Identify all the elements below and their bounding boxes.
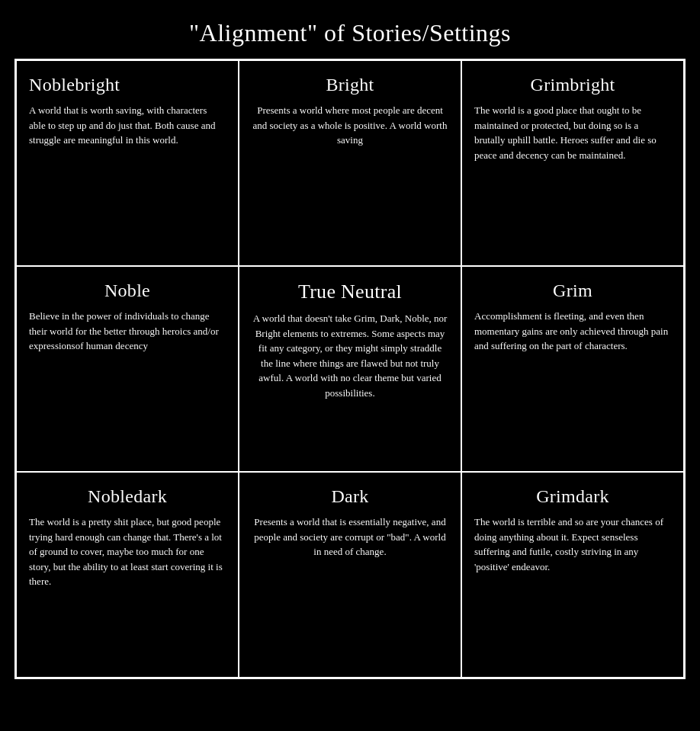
cell-noblebright-body: A world that is worth saving, with chara… [29, 103, 226, 148]
cell-true-neutral-title: True Neutral [298, 281, 402, 303]
cell-noble-title: Noble [104, 281, 150, 301]
cell-grim: Grim Accomplishment is fleeting, and eve… [461, 266, 684, 472]
cell-dark: Dark Presents a world that is essentiall… [239, 472, 461, 678]
cell-noblebright: Noblebright A world that is worth saving… [16, 60, 239, 266]
cell-true-neutral: True Neutral A world that doesn't take G… [239, 266, 461, 472]
cell-dark-title: Dark [331, 486, 368, 507]
cell-bright-body: Presents a world where most people are d… [252, 103, 448, 148]
cell-noble: Noble Believe in the power of individual… [16, 266, 239, 472]
cell-noblebright-title: Noblebright [29, 75, 120, 95]
cell-bright-title: Bright [326, 75, 374, 95]
cell-nobledark-body: The world is a pretty shit place, but go… [29, 515, 226, 589]
alignment-grid: Noblebright A world that is worth saving… [14, 59, 686, 679]
cell-grimdark-title: Grimdark [536, 486, 609, 507]
cell-bright: Bright Presents a world where most peopl… [239, 60, 461, 266]
cell-nobledark-title: Nobledark [88, 486, 167, 507]
cell-dark-body: Presents a world that is essentially neg… [252, 515, 448, 559]
cell-true-neutral-body: A world that doesn't take Grim, Dark, No… [252, 311, 448, 400]
cell-grimdark-body: The world is terrible and so are your ch… [474, 515, 671, 574]
cell-grimbright-title: Grimbright [531, 75, 615, 95]
cell-grimdark: Grimdark The world is terrible and so ar… [461, 472, 684, 678]
cell-grimbright: Grimbright The world is a good place tha… [461, 60, 684, 266]
cell-noble-body: Believe in the power of individuals to c… [29, 309, 226, 354]
cell-grimbright-body: The world is a good place that ought to … [474, 103, 671, 162]
cell-grim-title: Grim [553, 281, 592, 301]
page-title: "Alignment" of Stories/Settings [189, 19, 511, 47]
cell-grim-body: Accomplishment is fleeting, and even the… [474, 309, 671, 354]
cell-nobledark: Nobledark The world is a pretty shit pla… [16, 472, 239, 678]
